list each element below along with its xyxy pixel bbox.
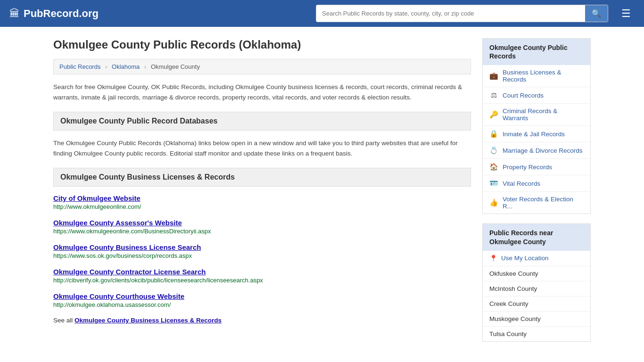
lock-icon: 🔒 [489,130,498,138]
sidebar-item-inmate-label: Inmate & Jail Records [503,131,565,138]
breadcrumb-current: Okmulgee County [151,63,200,70]
sidebar-item-marriage[interactable]: 💍 Marriage & Divorce Records [483,142,590,159]
nearby-creek-label: Creek County [489,300,528,307]
record-entry-0: City of Okmulgee Website http://www.okmu… [53,194,471,210]
sidebar-item-criminal[interactable]: 🔑 Criminal Records & Warrants [483,104,590,126]
sidebar-item-court-label: Court Records [503,92,544,99]
sidebar-item-vital-label: Vital Records [503,180,540,187]
hamburger-button[interactable]: ☰ [618,6,635,22]
nearby-mcintosh-label: McIntosh County [489,285,537,292]
see-all-prefix: See all [53,317,74,324]
sidebar-records-header: Okmulgee County Public Records [483,39,590,65]
id-icon: 🪪 [489,179,498,188]
nearby-muskogee-label: Muskogee County [489,315,541,322]
record-title-4[interactable]: Okmulgee County Courthouse Website [53,292,471,300]
nearby-tulsa[interactable]: Tulsa County [483,327,590,341]
page-container: Okmulgee County Public Records (Oklahoma… [44,27,600,362]
sidebar-item-vital[interactable]: 🪪 Vital Records [483,175,590,192]
record-url-2[interactable]: https://www.sos.ok.gov/business/corp/rec… [53,252,471,259]
see-all-link[interactable]: Okmulgee County Business Licenses & Reco… [74,317,222,324]
breadcrumb-sep-1: › [105,63,107,70]
nearby-muskogee[interactable]: Muskogee County [483,312,590,327]
nearby-use-location-label: Use My Location [501,255,549,262]
search-bar: 🔍 [316,5,608,22]
sidebar-nearby-header: Public Records near Okmulgee County [483,224,590,250]
sidebar-item-inmate[interactable]: 🔒 Inmate & Jail Records [483,126,590,142]
house-icon: 🏠 [489,163,498,171]
logo-icon: 🏛 [9,8,20,20]
nearby-creek[interactable]: Creek County [483,296,590,312]
record-title-0[interactable]: City of Okmulgee Website [53,194,471,202]
breadcrumb-sep-2: › [144,63,146,70]
sidebar-item-business[interactable]: 💼 Business Licenses & Records [483,65,590,87]
sidebar-item-court[interactable]: ⚖ Court Records [483,87,590,104]
record-entry-2: Okmulgee County Business License Search … [53,243,471,259]
main-content: Okmulgee County Public Records (Oklahoma… [53,38,471,351]
nearby-tulsa-label: Tulsa County [489,330,527,337]
record-title-3[interactable]: Okmulgee County Contractor License Searc… [53,268,471,276]
sidebar-item-property-label: Property Records [503,164,552,171]
sidebar-nearby-box: Public Records near Okmulgee County 📍 Us… [482,223,591,341]
page-description: Search for free Okmulgee County, OK Publ… [53,82,471,102]
thumbsup-icon: 👍 [489,198,498,207]
breadcrumb-oklahoma[interactable]: Oklahoma [112,63,140,70]
sidebar-item-criminal-label: Criminal Records & Warrants [503,107,584,122]
nearby-use-location[interactable]: 📍 Use My Location [483,251,590,266]
ring-icon: 💍 [489,146,498,155]
record-entry-4: Okmulgee County Courthouse Website http:… [53,292,471,308]
record-entry-1: Okmulgee County Assessor's Website https… [53,219,471,235]
record-url-1[interactable]: https://www.okmulgeeonline.com/BusinessD… [53,228,471,235]
record-url-0[interactable]: http://www.okmulgeeonline.com/ [53,203,471,210]
search-button[interactable]: 🔍 [585,5,608,22]
see-all-section: See all Okmulgee County Business License… [53,317,471,324]
business-section-header: Okmulgee County Business Licenses & Reco… [53,168,471,187]
databases-description: The Okmulgee County Public Records (Okla… [53,138,471,158]
databases-section-header: Okmulgee County Public Record Databases [53,112,471,131]
page-title: Okmulgee County Public Records (Oklahoma… [53,38,471,51]
site-header: 🏛 PubRecord.org 🔍 ☰ [0,0,644,27]
key-icon: 🔑 [489,110,498,119]
breadcrumb: Public Records › Oklahoma › Okmulgee Cou… [53,59,471,74]
sidebar: Okmulgee County Public Records 💼 Busines… [482,38,591,351]
sidebar-item-voter[interactable]: 👍 Voter Records & Election R... [483,192,590,214]
nearby-mcintosh[interactable]: McIntosh County [483,281,590,296]
record-title-1[interactable]: Okmulgee County Assessor's Website [53,219,471,227]
logo-text: PubRecord.org [24,8,99,20]
sidebar-records-box: Okmulgee County Public Records 💼 Busines… [482,38,591,214]
scales-icon: ⚖ [489,91,498,99]
sidebar-item-voter-label: Voter Records & Election R... [503,196,584,210]
location-pin-icon: 📍 [489,255,497,262]
briefcase-icon: 💼 [489,72,498,80]
record-entry-3: Okmulgee County Contractor License Searc… [53,268,471,284]
breadcrumb-public-records[interactable]: Public Records [59,63,100,70]
record-url-3[interactable]: http://cibverify.ok.gov/clients/okcib/pu… [53,277,471,284]
sidebar-item-business-label: Business Licenses & Records [503,69,584,83]
search-input[interactable] [316,5,585,22]
record-url-4[interactable]: http://okmulgee.oklahoma.usassessor.com/ [53,301,471,308]
nearby-okfuskee-label: Okfuskee County [489,270,538,277]
nearby-okfuskee[interactable]: Okfuskee County [483,266,590,281]
sidebar-item-marriage-label: Marriage & Divorce Records [503,147,583,154]
sidebar-item-property[interactable]: 🏠 Property Records [483,159,590,175]
record-title-2[interactable]: Okmulgee County Business License Search [53,243,471,251]
site-logo[interactable]: 🏛 PubRecord.org [9,8,99,20]
